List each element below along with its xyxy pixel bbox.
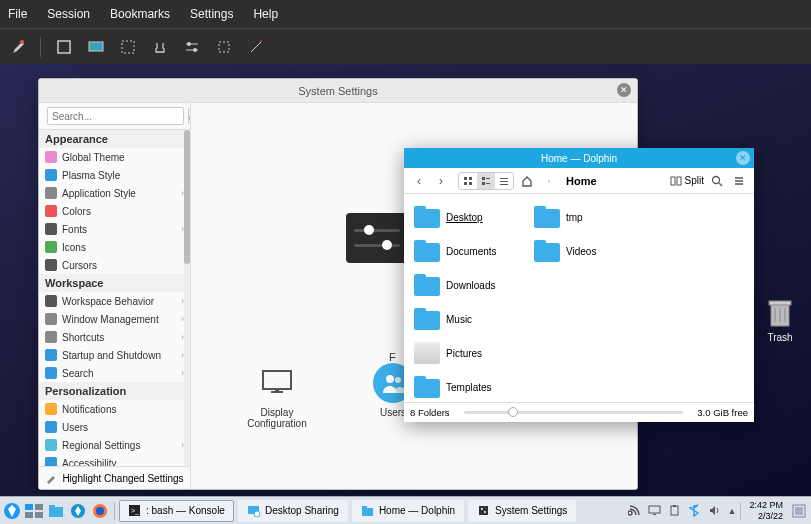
monitor-icon[interactable] <box>87 38 105 56</box>
menu-settings[interactable]: Settings <box>190 7 233 21</box>
sidebar-item-label: Plasma Style <box>62 170 120 181</box>
sidebar-item-notifications[interactable]: Notifications <box>39 400 190 418</box>
menu-file[interactable]: File <box>8 7 27 21</box>
dolphin-file-view[interactable]: DesktopDocumentsDownloadsMusicPicturesTe… <box>404 194 754 402</box>
menu-button[interactable] <box>730 172 748 190</box>
clipboard-tray-icon[interactable] <box>668 504 681 517</box>
pan-icon[interactable] <box>151 38 169 56</box>
dolphin-close-button[interactable]: ✕ <box>736 151 750 165</box>
folder-templates[interactable]: Templates <box>410 370 520 402</box>
details-view-button[interactable] <box>495 173 513 189</box>
folder-pictures[interactable]: Pictures <box>410 336 520 370</box>
color-picker-icon[interactable] <box>8 38 26 56</box>
back-button[interactable]: ‹ <box>410 172 428 190</box>
sidebar-item-label: Window Management <box>62 314 159 325</box>
svg-rect-7 <box>263 371 291 389</box>
svg-rect-34 <box>49 505 55 508</box>
svg-rect-23 <box>671 177 675 185</box>
regional-icon <box>45 439 57 451</box>
svg-rect-52 <box>795 507 803 515</box>
folder-label: Music <box>446 314 472 325</box>
sidebar-item-label: Users <box>62 422 88 433</box>
svg-point-46 <box>484 511 486 513</box>
forward-button[interactable]: › <box>432 172 450 190</box>
display-tray-icon[interactable] <box>648 504 661 517</box>
folder-downloads[interactable]: Downloads <box>410 268 520 302</box>
settings-close-button[interactable]: ✕ <box>617 83 631 97</box>
svg-rect-32 <box>35 512 43 518</box>
sidebar-item-fonts[interactable]: Fonts› <box>39 220 190 238</box>
folder-label: tmp <box>566 212 583 223</box>
highlight-changed-button[interactable]: Highlight Changed Settings <box>39 466 190 489</box>
folder-label: Desktop <box>446 212 483 223</box>
folder-desktop[interactable]: Desktop <box>410 200 520 234</box>
folder-count: 8 Folders <box>410 407 450 418</box>
task-settings[interactable]: System Settings <box>468 500 576 522</box>
firefox-launcher-icon[interactable] <box>90 501 110 521</box>
sidebar-item-label: Regional Settings <box>62 440 140 451</box>
dolphin-launcher-icon[interactable] <box>46 501 66 521</box>
display-configuration-item[interactable]: Display Configuration <box>241 363 313 429</box>
icons-view-button[interactable] <box>459 173 477 189</box>
folder-videos[interactable]: Videos <box>530 234 640 268</box>
sidebar-item-startup-and-shutdown[interactable]: Startup and Shutdown› <box>39 346 190 364</box>
compact-view-button[interactable] <box>477 173 495 189</box>
sidebar-item-plasma-style[interactable]: Plasma Style <box>39 166 190 184</box>
clock[interactable]: 2:42 PM 2/3/22 <box>745 500 787 522</box>
show-desktop-icon[interactable] <box>789 501 809 521</box>
folder-tmp[interactable]: tmp <box>530 200 640 234</box>
svg-rect-29 <box>25 504 33 510</box>
svg-rect-17 <box>486 178 490 179</box>
sidebar-item-users[interactable]: Users <box>39 418 190 436</box>
rss-tray-icon[interactable] <box>628 504 641 517</box>
wand-icon[interactable] <box>247 38 265 56</box>
discover-launcher-icon[interactable] <box>68 501 88 521</box>
svg-rect-13 <box>469 177 472 180</box>
trash-desktop-icon[interactable]: Trash <box>765 296 795 343</box>
sidebar-scrollbar[interactable] <box>184 130 190 466</box>
sidebar-item-icons[interactable]: Icons <box>39 238 190 256</box>
sidebar-item-regional-settings[interactable]: Regional Settings› <box>39 436 190 454</box>
sidebar-item-search[interactable]: Search› <box>39 364 190 382</box>
task-desktop-sharing[interactable]: Desktop Sharing <box>238 500 348 522</box>
settings-slider-icon[interactable] <box>183 38 201 56</box>
home-button[interactable] <box>518 172 536 190</box>
breadcrumb-home[interactable]: Home <box>566 175 597 187</box>
sidebar-item-global-theme[interactable]: Global Theme <box>39 148 190 166</box>
folder-music[interactable]: Music <box>410 302 520 336</box>
crop-icon[interactable] <box>215 38 233 56</box>
sidebar-item-accessibility[interactable]: Accessibility <box>39 454 190 466</box>
dolphin-titlebar[interactable]: Home — Dolphin ✕ <box>404 148 754 168</box>
free-space: 3.0 GiB free <box>697 407 748 418</box>
colors-icon <box>45 205 57 217</box>
volume-tray-icon[interactable] <box>708 504 721 517</box>
folder-documents[interactable]: Documents <box>410 234 520 268</box>
svg-rect-9 <box>275 389 279 392</box>
split-button[interactable]: Split <box>670 175 704 187</box>
svg-point-41 <box>254 511 260 517</box>
search-input[interactable] <box>47 107 184 125</box>
fullscreen-icon[interactable] <box>55 38 73 56</box>
sidebar-item-colors[interactable]: Colors <box>39 202 190 220</box>
task-dolphin[interactable]: Home — Dolphin <box>352 500 464 522</box>
sidebar-item-workspace-behavior[interactable]: Workspace Behavior› <box>39 292 190 310</box>
settings-titlebar[interactable]: System Settings ✕ <box>39 79 637 103</box>
menu-bookmarks[interactable]: Bookmarks <box>110 7 170 21</box>
search-button[interactable] <box>708 172 726 190</box>
menu-help[interactable]: Help <box>253 7 278 21</box>
zoom-slider[interactable] <box>458 411 690 414</box>
select-area-icon[interactable] <box>119 38 137 56</box>
sidebar-item-cursors[interactable]: Cursors <box>39 256 190 274</box>
sidebar-item-window-management[interactable]: Window Management› <box>39 310 190 328</box>
menu-session[interactable]: Session <box>47 7 90 21</box>
task-konsole[interactable]: >_: bash — Konsole <box>119 500 234 522</box>
sidebar-item-label: Workspace Behavior <box>62 296 154 307</box>
app-launcher-icon[interactable] <box>2 501 22 521</box>
bluetooth-tray-icon[interactable] <box>688 504 701 517</box>
svg-rect-49 <box>671 506 678 515</box>
tray-expand-icon[interactable]: ▲ <box>728 506 737 516</box>
pager-icon[interactable] <box>24 501 44 521</box>
sidebar-item-shortcuts[interactable]: Shortcuts› <box>39 328 190 346</box>
sidebar-item-application-style[interactable]: Application Style› <box>39 184 190 202</box>
sidebar-item-label: Icons <box>62 242 86 253</box>
